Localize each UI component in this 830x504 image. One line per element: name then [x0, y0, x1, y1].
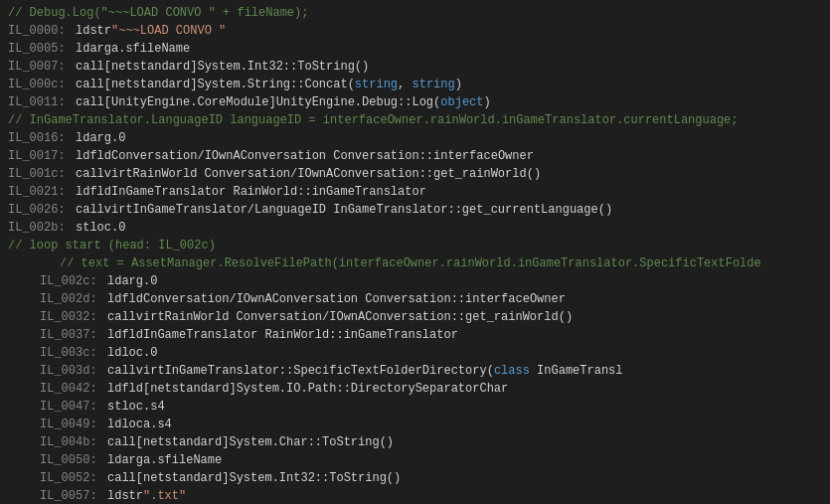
code-line: // Debug.Log("~~~LOAD CONVO " + fileName…	[0, 4, 830, 22]
opcode-args: InGameTranslator RainWorld::inGameTransl…	[111, 183, 426, 201]
code-line: IL_002b:stloc.0	[0, 219, 830, 237]
opcode-args: fileName	[133, 40, 191, 58]
il-address: IL_0047:	[40, 398, 107, 416]
code-line: IL_004b:call [netstandard]System.Char::T…	[0, 433, 830, 451]
opcode: stloc.0	[76, 219, 125, 237]
opcode: ldloc.0	[107, 344, 157, 362]
opcode: call	[107, 433, 136, 451]
string-literal: ".txt"	[143, 487, 186, 504]
opcode-args: [netstandard]System.Int32::ToString()	[104, 58, 369, 76]
il-address: IL_0016:	[8, 129, 76, 147]
il-address: IL_0057:	[40, 487, 107, 504]
opcode-args: [netstandard]System.String::Concat(strin…	[104, 76, 462, 93]
code-line: IL_0016:ldarg.0	[0, 129, 830, 147]
opcode: ldstr	[107, 487, 143, 504]
il-address: IL_003d:	[40, 362, 107, 380]
opcode: ldarg.0	[107, 272, 157, 290]
comment-text: // text = AssetManager.ResolveFilePath(i…	[60, 254, 761, 272]
opcode: ldfld	[107, 290, 143, 308]
il-address: IL_0052:	[40, 469, 107, 487]
comment-text: // InGameTranslator.LanguageID languageI…	[8, 111, 739, 129]
opcode: call	[76, 58, 104, 76]
opcode-args: [UnityEngine.CoreModule]UnityEngine.Debu…	[104, 93, 491, 111]
opcode: ldfld	[107, 380, 143, 398]
opcode-args: [netstandard]System.Char::ToString()	[136, 433, 394, 451]
opcode: callvirt	[76, 165, 133, 183]
opcode-args: RainWorld Conversation/IOwnAConversation…	[165, 308, 573, 326]
il-address: IL_0021:	[8, 183, 76, 201]
opcode-args: [netstandard]System.Int32::ToString()	[136, 469, 401, 487]
opcode: ldstr	[76, 22, 111, 40]
il-address: IL_002d:	[40, 290, 107, 308]
code-line: IL_0037:ldfld InGameTranslator RainWorld…	[0, 326, 830, 344]
code-line: // loop start (head: IL_002c)	[0, 237, 830, 254]
opcode-args: Conversation/IOwnAConversation Conversat…	[143, 290, 566, 308]
code-line: IL_003c:ldloc.0	[0, 344, 830, 362]
il-address: IL_002b:	[8, 219, 76, 237]
code-line: IL_0050:ldarga.s fileName	[0, 451, 830, 469]
opcode: callvirt	[107, 362, 165, 380]
code-line: IL_0005:ldarga.s fileName	[0, 40, 830, 58]
il-address: IL_000c:	[8, 76, 76, 93]
opcode: call	[76, 76, 104, 93]
code-line: IL_001c:callvirt RainWorld Conversation/…	[0, 165, 830, 183]
code-line: IL_0052:call [netstandard]System.Int32::…	[0, 469, 830, 487]
il-address: IL_0032:	[40, 308, 107, 326]
code-line: IL_0021:ldfld InGameTranslator RainWorld…	[0, 183, 830, 201]
il-address: IL_0050:	[40, 451, 107, 469]
string-literal: "~~~LOAD CONVO "	[111, 22, 226, 40]
opcode: call	[76, 93, 104, 111]
code-line: IL_002d:ldfld Conversation/IOwnAConversa…	[0, 290, 830, 308]
code-line: IL_0011:call [UnityEngine.CoreModule]Uni…	[0, 93, 830, 111]
il-address: IL_0000:	[8, 22, 76, 40]
opcode-args: 4	[165, 416, 172, 433]
code-line: IL_0026:callvirt InGameTranslator/Langua…	[0, 201, 830, 219]
opcode: callvirt	[76, 201, 133, 219]
code-container: // Debug.Log("~~~LOAD CONVO " + fileName…	[0, 0, 830, 504]
opcode: stloc.s	[107, 398, 157, 416]
opcode-args: InGameTranslator::SpecificTextFolderDire…	[165, 362, 623, 380]
il-address: IL_004b:	[40, 433, 107, 451]
opcode: callvirt	[107, 308, 165, 326]
code-line: IL_003d:callvirt InGameTranslator::Speci…	[0, 362, 830, 380]
code-line: // text = AssetManager.ResolveFilePath(i…	[0, 254, 830, 272]
il-address: IL_0042:	[40, 380, 107, 398]
code-line: // InGameTranslator.LanguageID languageI…	[0, 111, 830, 129]
opcode: ldfld	[107, 326, 143, 344]
opcode: ldarg.0	[76, 129, 125, 147]
il-address: IL_0011:	[8, 93, 76, 111]
opcode: call	[107, 469, 136, 487]
opcode-args: InGameTranslator RainWorld::inGameTransl…	[143, 326, 458, 344]
code-line: IL_0057:ldstr ".txt"	[0, 487, 830, 504]
il-address: IL_003c:	[40, 344, 107, 362]
opcode: ldarga.s	[76, 40, 133, 58]
opcode-args: RainWorld Conversation/IOwnAConversation…	[133, 165, 541, 183]
il-address: IL_0049:	[40, 416, 107, 433]
code-line: IL_0007:call [netstandard]System.Int32::…	[0, 58, 830, 76]
code-line: IL_0047:stloc.s 4	[0, 398, 830, 416]
opcode-args: fileName	[165, 451, 223, 469]
il-address: IL_0005:	[8, 40, 76, 58]
code-line: IL_0032:callvirt RainWorld Conversation/…	[0, 308, 830, 326]
opcode-args: 4	[157, 398, 164, 416]
comment-text: // Debug.Log("~~~LOAD CONVO " + fileName…	[8, 4, 308, 22]
opcode: ldfld	[76, 147, 111, 165]
il-address: IL_0007:	[8, 58, 76, 76]
code-line: IL_000c:call [netstandard]System.String:…	[0, 76, 830, 93]
code-line: IL_0017:ldfld Conversation/IOwnAConversa…	[0, 147, 830, 165]
opcode-args: InGameTranslator/LanguageID InGameTransl…	[133, 201, 612, 219]
comment-text: // loop start (head: IL_002c)	[8, 237, 216, 254]
opcode-args: [netstandard]System.IO.Path::DirectorySe…	[143, 380, 508, 398]
opcode-args: Conversation/IOwnAConversation Conversat…	[111, 147, 534, 165]
il-address: IL_002c:	[40, 272, 107, 290]
il-address: IL_001c:	[8, 165, 76, 183]
il-address: IL_0037:	[40, 326, 107, 344]
code-line: IL_0042:ldfld [netstandard]System.IO.Pat…	[0, 380, 830, 398]
opcode: ldloca.s	[107, 416, 165, 433]
code-line: IL_002c:ldarg.0	[0, 272, 830, 290]
code-line: IL_0000:ldstr "~~~LOAD CONVO "	[0, 22, 830, 40]
opcode: ldfld	[76, 183, 111, 201]
code-line: IL_0049:ldloca.s 4	[0, 416, 830, 433]
opcode: ldarga.s	[107, 451, 165, 469]
il-address: IL_0017:	[8, 147, 76, 165]
